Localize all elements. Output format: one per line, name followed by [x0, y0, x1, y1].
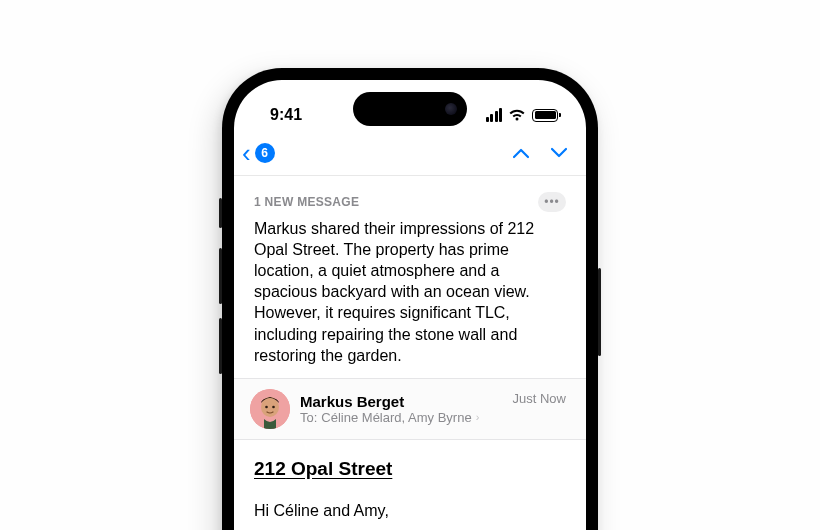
- chevron-down-icon: [550, 147, 568, 159]
- unread-count-badge: 6: [255, 143, 275, 163]
- nav-bar: ‹ 6: [234, 134, 586, 176]
- side-button: [219, 198, 222, 228]
- greeting: Hi Céline and Amy,: [254, 500, 566, 522]
- dynamic-island: [353, 92, 467, 126]
- battery-icon: [532, 109, 558, 122]
- front-camera: [445, 103, 457, 115]
- svg-point-3: [272, 405, 275, 408]
- summary-card: 1 NEW MESSAGE ••• Markus shared their im…: [234, 176, 586, 378]
- memoji-icon: [250, 389, 290, 429]
- to-label: To:: [300, 410, 317, 425]
- cellular-signal-icon: [486, 108, 503, 122]
- message-subject: 212 Opal Street: [254, 458, 566, 480]
- recipients-line[interactable]: To: Céline Mélard, Amy Byrne ›: [300, 410, 503, 425]
- message-time: Just Now: [513, 391, 566, 406]
- status-time: 9:41: [270, 106, 302, 124]
- message-header[interactable]: Markus Berget To: Céline Mélard, Amy Byr…: [234, 378, 586, 440]
- phone-screen: 9:41 ‹ 6: [234, 80, 586, 530]
- summary-label: 1 NEW MESSAGE: [254, 195, 359, 209]
- more-button[interactable]: •••: [538, 192, 566, 212]
- power-button: [598, 268, 601, 356]
- ellipsis-icon: •••: [544, 195, 560, 209]
- svg-point-2: [265, 405, 268, 408]
- volume-down-button: [219, 318, 222, 374]
- recipients: Céline Mélard, Amy Byrne: [321, 410, 471, 425]
- next-message-button[interactable]: [550, 141, 568, 164]
- back-button[interactable]: ‹ 6: [240, 140, 275, 166]
- chevron-right-icon: ›: [476, 411, 480, 423]
- summary-text: Markus shared their impressions of 212 O…: [254, 218, 566, 366]
- previous-message-button[interactable]: [512, 141, 530, 164]
- chevron-left-icon: ‹: [240, 140, 253, 166]
- volume-up-button: [219, 248, 222, 304]
- message-body: 212 Opal Street Hi Céline and Amy, I've …: [234, 440, 586, 530]
- chevron-up-icon: [512, 147, 530, 159]
- phone-frame: 9:41 ‹ 6: [222, 68, 598, 530]
- avatar[interactable]: [250, 389, 290, 429]
- sender-name[interactable]: Markus Berget: [300, 393, 503, 410]
- wifi-icon: [508, 108, 526, 122]
- status-indicators: [486, 108, 559, 122]
